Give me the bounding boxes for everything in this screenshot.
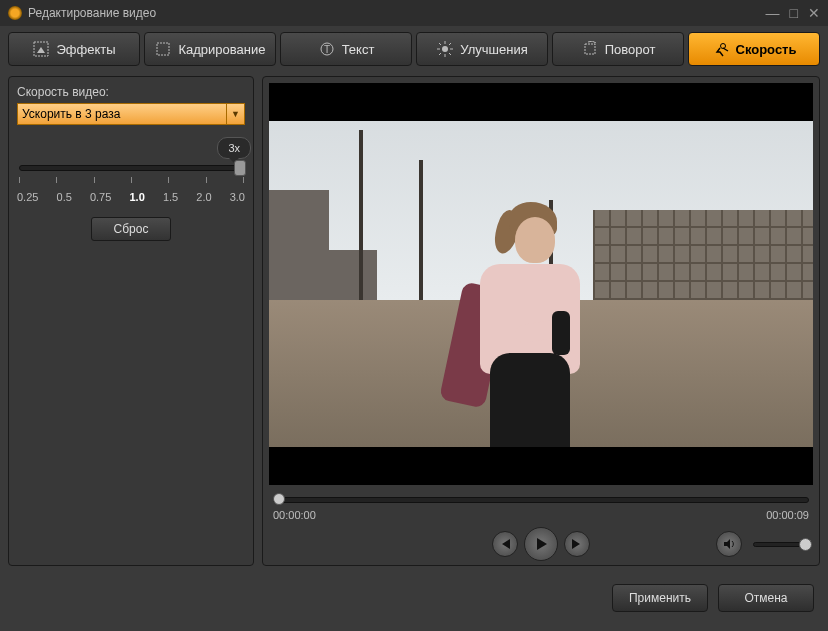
tab-label: Скорость [736, 42, 797, 57]
tab-label: Текст [342, 42, 375, 57]
rotate-icon [581, 40, 599, 58]
svg-point-5 [442, 46, 448, 52]
tab-label: Кадрирование [178, 42, 265, 57]
crop-icon [154, 40, 172, 58]
effects-icon [32, 40, 50, 58]
tab-speed[interactable]: Скорость [688, 32, 820, 66]
cancel-button[interactable]: Отмена [718, 584, 814, 612]
window-title: Редактирование видео [28, 6, 766, 20]
minimize-icon[interactable]: — [766, 6, 780, 20]
svg-rect-14 [585, 44, 595, 54]
tab-text[interactable]: T Текст [280, 32, 412, 66]
svg-line-10 [439, 43, 441, 45]
seek-slider[interactable] [273, 497, 809, 503]
chevron-down-icon: ▼ [226, 104, 244, 124]
preview-panel: 00:00:00 00:00:09 [262, 76, 820, 566]
playback-controls [263, 523, 819, 565]
svg-line-11 [449, 53, 451, 55]
speed-slider[interactable]: 3x 0.25 0.5 0.75 1.0 1.5 2.0 3.0 [17, 165, 245, 203]
time-total: 00:00:09 [766, 509, 809, 521]
tab-effects[interactable]: Эффекты [8, 32, 140, 66]
volume-thumb[interactable] [799, 538, 812, 551]
tab-crop[interactable]: Кадрирование [144, 32, 276, 66]
reset-button[interactable]: Сброс [91, 217, 171, 241]
speed-track[interactable] [19, 165, 243, 171]
speed-icon [712, 40, 730, 58]
svg-text:T: T [324, 44, 330, 55]
maximize-icon[interactable]: □ [790, 6, 798, 20]
preview-content [269, 121, 813, 447]
time-row: 00:00:00 00:00:09 [273, 509, 809, 521]
svg-line-12 [449, 43, 451, 45]
close-icon[interactable]: ✕ [808, 6, 820, 20]
window-controls: — □ ✕ [766, 6, 820, 20]
next-button[interactable] [564, 531, 590, 557]
speed-label: Скорость видео: [17, 85, 245, 99]
workarea: Скорость видео: Ускорить в 3 раза ▼ 3x 0… [0, 72, 828, 574]
svg-point-15 [720, 44, 725, 49]
tab-label: Эффекты [56, 42, 115, 57]
prev-button[interactable] [492, 531, 518, 557]
tab-enhance[interactable]: Улучшения [416, 32, 548, 66]
tab-bar: Эффекты Кадрирование T Текст Улучшения П… [0, 26, 828, 72]
play-button[interactable] [524, 527, 558, 561]
apply-button[interactable]: Применить [612, 584, 708, 612]
volume-slider[interactable] [753, 542, 809, 547]
tab-label: Поворот [605, 42, 656, 57]
footer: Применить Отмена [0, 574, 828, 622]
svg-line-13 [439, 53, 441, 55]
speed-thumb[interactable] [234, 160, 246, 176]
text-icon: T [318, 40, 336, 58]
svg-marker-1 [37, 47, 45, 53]
speed-tick-labels: 0.25 0.5 0.75 1.0 1.5 2.0 3.0 [17, 191, 245, 203]
titlebar: Редактирование видео — □ ✕ [0, 0, 828, 26]
speed-ticks [19, 177, 243, 187]
app-icon [8, 6, 22, 20]
speed-tooltip: 3x [217, 137, 251, 159]
svg-rect-2 [157, 43, 169, 55]
tab-label: Улучшения [460, 42, 527, 57]
tab-rotate[interactable]: Поворот [552, 32, 684, 66]
volume-group [713, 531, 809, 557]
volume-button[interactable] [716, 531, 742, 557]
speed-preset-dropdown[interactable]: Ускорить в 3 раза ▼ [17, 103, 245, 125]
speed-preset-value: Ускорить в 3 раза [22, 107, 120, 121]
video-preview[interactable] [269, 83, 813, 485]
seek-thumb[interactable] [273, 493, 285, 505]
enhance-icon [436, 40, 454, 58]
time-current: 00:00:00 [273, 509, 316, 521]
speed-panel: Скорость видео: Ускорить в 3 раза ▼ 3x 0… [8, 76, 254, 566]
